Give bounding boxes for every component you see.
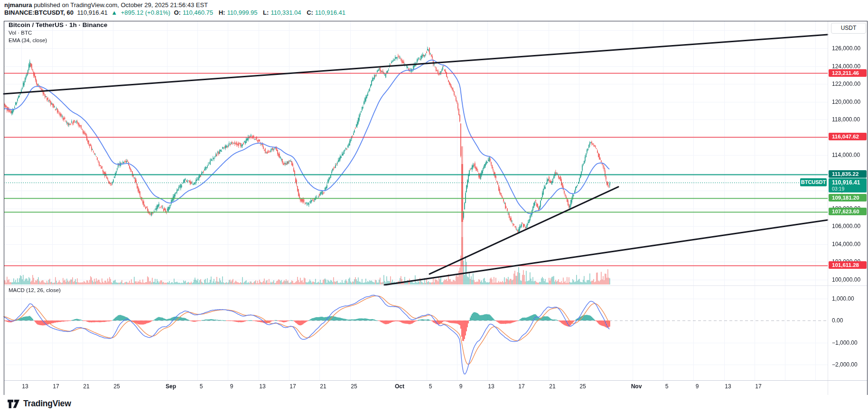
macd-axis-tick: 1,000.00 [832,295,854,302]
macd-axis-tick: −2,000.00 [832,361,858,368]
price-axis-tick: 120,000.00 [832,99,860,105]
current-price-badge: 110,916.4103:19 [829,178,867,192]
price-axis-tick: 100,000.00 [832,276,860,283]
price-level-badge: 109,181.20 [829,194,867,201]
price-axis-tick: 126,000.00 [832,45,860,52]
time-axis-tick: 17 [289,383,296,390]
time-axis-tick: 25 [351,383,357,390]
time-axis-tick: 17 [518,383,524,390]
pane-separator[interactable] [4,285,867,286]
time-axis-tick: 13 [259,383,265,390]
time-axis-tick: 9 [459,383,463,390]
price-level-badge: 107,623.60 [829,208,867,215]
price-axis[interactable]: 126,000.00124,000.00122,000.00120,000.00… [828,21,868,380]
macd-axis-tick: 0.00 [832,317,843,324]
price-axis-tick: 106,000.00 [832,223,860,229]
current-price-symbol-tag: BTCUSDT [800,178,827,186]
time-axis-tick: 5 [429,383,432,390]
time-axis-tick: 25 [579,383,586,390]
price-axis-tick: 104,000.00 [832,241,860,247]
chart-legend-volume[interactable]: Vol · BTC [9,30,32,36]
time-axis-tick: 21 [549,383,555,390]
price-chart-canvas[interactable] [0,0,868,412]
time-axis-tick: 13 [488,383,494,390]
price-level-badge: 111,835.22 [829,170,867,178]
tradingview-published-chart: njmanura published on TradingView.com, O… [0,0,868,412]
time-axis-tick: 17 [53,383,59,390]
price-axis-tick: 124,000.00 [832,63,860,70]
tradingview-logo-text: TradingView [23,399,71,409]
price-axis-tick: 122,000.00 [832,81,860,87]
time-axis-month-tick: Nov [631,383,642,390]
time-axis-tick: 5 [665,383,669,390]
macd-axis-tick: −1,000.00 [832,339,858,346]
tradingview-logo-icon [7,399,20,409]
time-axis[interactable]: 13172125Sep5913172125Oct5913172125Nov591… [4,381,828,395]
price-level-badge: 123,211.46 [829,69,867,77]
time-axis-tick: 21 [83,383,89,390]
price-level-badge: 116,047.62 [829,133,867,140]
tradingview-logo[interactable]: TradingView [7,399,71,409]
current-price-value: 110,916.41 [832,179,867,186]
chart-legend-ema[interactable]: EMA (34, close) [9,37,47,43]
price-level-badge: 101,611.28 [829,261,867,269]
time-axis-tick: 5 [200,383,203,390]
time-axis-month-tick: Sep [166,383,176,390]
time-axis-tick: 17 [755,383,761,390]
time-axis-tick: 9 [696,383,699,390]
chart-legend-title[interactable]: Bitcoin / TetherUS · 1h · Binance [9,21,107,28]
footer-bar: TradingView [0,395,868,412]
price-axis-tick: 118,000.00 [832,116,860,123]
macd-legend[interactable]: MACD (12, 26, close) [9,287,61,293]
price-axis-tick: 114,000.00 [832,152,860,158]
time-axis-tick: 13 [22,383,28,390]
time-axis-tick: 13 [725,383,731,390]
time-axis-tick: 9 [230,383,233,390]
time-axis-month-tick: Oct [395,383,404,390]
time-axis-tick: 21 [320,383,326,390]
time-axis-tick: 25 [113,383,120,390]
currency-toggle-button[interactable]: USDT [831,23,866,34]
bar-countdown-timer: 03:19 [832,186,867,192]
